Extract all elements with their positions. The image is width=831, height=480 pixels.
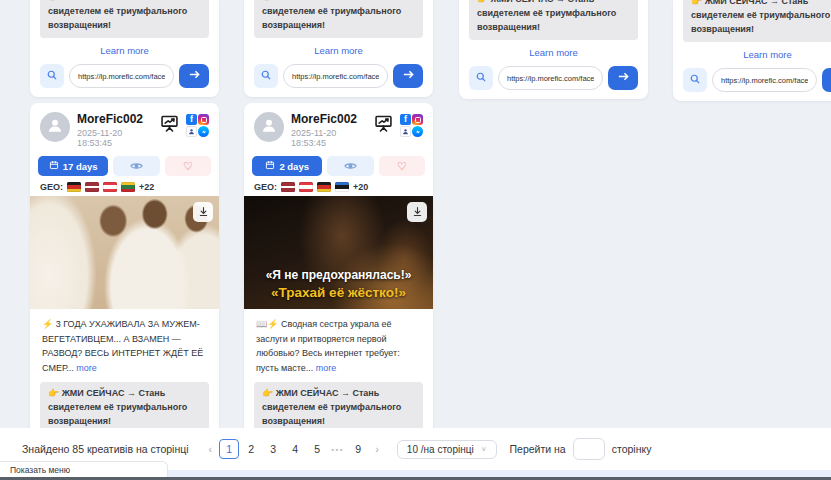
eye-icon — [130, 159, 143, 174]
profile-info: MoreFic002 2025-11-20 18:53:45 — [291, 112, 366, 148]
cta-banner: 👉 ЖМИ СЕЙЧАС → Стань свидетелем её триум… — [254, 0, 423, 38]
search-button[interactable] — [254, 64, 278, 88]
creative-card-partial: 👉 ЖМИ СЕЙЧАС → Стань свидетелем её триум… — [30, 0, 219, 97]
search-button[interactable] — [683, 68, 707, 92]
landing-url-row — [254, 64, 423, 88]
geo-more-count[interactable]: +22 — [139, 182, 154, 192]
page-button-3[interactable]: 3 — [263, 439, 283, 459]
search-icon — [475, 71, 487, 86]
landing-url-row — [40, 64, 209, 88]
per-page-value: 10 /на сторінці — [407, 444, 474, 455]
avatar — [254, 112, 284, 142]
geo-more-count[interactable]: +20 — [353, 182, 368, 192]
creative-card: MoreFic002 2025-11-20 18:53:45 f 17 days — [30, 103, 219, 480]
instagram-icon — [198, 114, 209, 125]
duration-button[interactable]: 17 days — [38, 156, 108, 176]
per-page-select[interactable]: 10 /на сторінці ∨ — [397, 440, 497, 459]
download-image-button[interactable] — [407, 202, 427, 222]
open-url-button[interactable] — [179, 64, 209, 88]
ad-board-icon — [159, 113, 180, 138]
search-button[interactable] — [40, 64, 64, 88]
page-button-2[interactable]: 2 — [241, 439, 261, 459]
preview-button[interactable] — [113, 156, 159, 176]
favorite-button[interactable]: ♡ — [379, 156, 425, 176]
page-button-5[interactable]: 5 — [307, 439, 327, 459]
open-url-button[interactable] — [608, 66, 638, 90]
open-url-button[interactable] — [393, 64, 423, 88]
creative-datetime: 2025-11-20 18:53:45 — [77, 128, 152, 148]
profile-name: MoreFic002 — [291, 112, 366, 126]
image-caption-line1: «Я не предохранялась!» — [244, 268, 433, 282]
show-menu-tab[interactable]: Показать меню — [0, 461, 168, 477]
profile-info: MoreFic002 2025-11-20 18:53:45 — [77, 112, 152, 148]
favorite-button[interactable]: ♡ — [165, 156, 211, 176]
landing-url-row — [469, 66, 638, 90]
pagination-ellipsis[interactable]: ••• — [328, 445, 347, 454]
open-url-button[interactable] — [822, 68, 831, 92]
landing-url-input[interactable] — [498, 66, 603, 90]
arrow-right-icon — [402, 68, 415, 84]
heart-icon: ♡ — [183, 161, 193, 172]
heart-icon: ♡ — [397, 161, 407, 172]
geo-label: GEO: — [254, 182, 277, 192]
messenger-icon — [198, 126, 209, 137]
card-actions: 2 days ♡ — [252, 156, 425, 176]
instagram-icon — [412, 114, 423, 125]
creative-datetime: 2025-11-20 18:53:45 — [291, 128, 366, 148]
creative-text: 📖⚡ Сводная сестра украла её заслуги и пр… — [256, 317, 421, 375]
network-icons: f — [186, 114, 209, 137]
network-icons: f — [400, 114, 423, 137]
geo-row: GEO: +22 — [40, 182, 209, 192]
landing-url-input[interactable] — [283, 64, 388, 88]
page-button-4[interactable]: 4 — [285, 439, 305, 459]
cta-banner: 👉 ЖМИ СЕЙЧАС → Стань свидетелем её триум… — [40, 382, 209, 434]
page-button-9[interactable]: 9 — [348, 439, 368, 459]
duration-label: 17 days — [63, 161, 98, 172]
person-icon — [46, 116, 64, 138]
creative-text-body: ⚡ 3 ГОДА УХАЖИВАЛА ЗА МУЖЕМ-ВЕГЕТАТИВЦЕМ… — [42, 319, 203, 373]
page-button-1[interactable]: 1 — [219, 439, 239, 459]
download-image-button[interactable] — [193, 202, 213, 222]
learn-more-link[interactable]: Learn more — [459, 47, 648, 58]
search-icon — [260, 69, 272, 84]
more-link[interactable]: more — [76, 363, 97, 373]
calendar-icon — [265, 160, 275, 172]
preview-button[interactable] — [327, 156, 373, 176]
eye-icon — [344, 159, 357, 174]
audience-network-icon — [186, 126, 197, 137]
download-icon — [198, 205, 209, 220]
facebook-icon: f — [400, 114, 411, 125]
landing-url-input[interactable] — [712, 68, 817, 92]
goto-page-input[interactable] — [573, 438, 605, 460]
show-menu-label: Показать меню — [10, 465, 70, 475]
profile-name: MoreFic002 — [77, 112, 152, 126]
next-page-button[interactable]: › — [369, 443, 385, 455]
learn-more-link[interactable]: Learn more — [30, 45, 219, 56]
download-icon — [412, 205, 423, 220]
audience-network-icon — [400, 126, 411, 137]
arrow-right-icon — [617, 70, 630, 86]
prev-page-button[interactable]: ‹ — [203, 443, 219, 455]
creative-card-partial: 👉 ЖМИ СЕЙЧАС → Стань свидетелем её триум… — [244, 0, 433, 97]
avatar — [40, 112, 70, 142]
placement-icons: f — [373, 113, 423, 138]
learn-more-link[interactable]: Learn more — [244, 45, 433, 56]
chevron-right-icon: › — [375, 443, 379, 455]
creative-card: MoreFic002 2025-11-20 18:53:45 f 2 days — [244, 103, 433, 480]
card-header: MoreFic002 2025-11-20 18:53:45 f — [244, 103, 433, 153]
more-link[interactable]: more — [316, 363, 337, 373]
search-button[interactable] — [469, 66, 493, 90]
person-icon — [260, 116, 278, 138]
chevron-down-icon: ∨ — [481, 445, 487, 452]
duration-button[interactable]: 2 days — [252, 156, 322, 176]
learn-more-link[interactable]: Learn more — [673, 49, 831, 60]
landing-url-input[interactable] — [69, 64, 174, 88]
geo-flag — [299, 182, 313, 192]
facebook-icon: f — [186, 114, 197, 125]
image-caption-line2: «Трахай её жёстко!» — [244, 285, 433, 300]
geo-flag — [335, 182, 349, 192]
creative-image: «Я не предохранялась!» «Трахай её жёстко… — [244, 196, 433, 309]
goto-suffix: сторінку — [612, 443, 652, 455]
chevron-left-icon: ‹ — [209, 443, 213, 455]
search-icon — [46, 69, 58, 84]
